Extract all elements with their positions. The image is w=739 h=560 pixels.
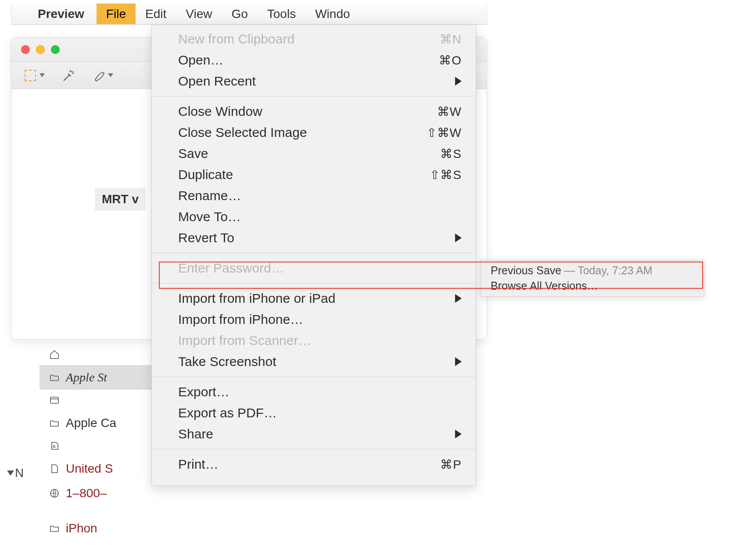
document-text-fragment: MRT v <box>95 188 146 211</box>
list-item-label: United S <box>66 462 113 476</box>
menu-item-label: Duplicate <box>178 167 233 182</box>
menu-item-share[interactable]: Share <box>152 424 476 445</box>
submenu-arrow-icon <box>455 77 462 86</box>
folder-icon <box>48 523 61 534</box>
submenu-arrow-icon <box>455 430 462 438</box>
disclosure-triangle[interactable]: N <box>8 466 24 480</box>
menu-item-label: Import from iPhone or iPad <box>178 291 336 306</box>
folder-icon <box>48 418 61 428</box>
app-name[interactable]: Preview <box>38 7 84 21</box>
menu-item-label: Close Window <box>178 104 262 119</box>
menu-item-revert-to[interactable]: Revert To <box>152 227 476 248</box>
svg-text:A: A <box>53 444 56 449</box>
menu-separator <box>152 253 476 253</box>
menu-item-import-scanner: Import from Scanner… <box>152 330 476 351</box>
menu-file[interactable]: File <box>97 4 136 24</box>
shortcut-label: ⇧⌘W <box>427 126 462 140</box>
menu-item-export[interactable]: Export… <box>152 381 476 402</box>
folder-icon <box>48 372 61 383</box>
window-icon <box>48 395 61 406</box>
menu-item-label: Enter Password… <box>178 261 284 276</box>
selection-rect-icon <box>25 70 36 81</box>
shortcut-label: ⇧⌘S <box>430 168 462 182</box>
menu-item-new-from-clipboard: New from Clipboard ⌘N <box>152 29 476 50</box>
close-window-button[interactable] <box>21 45 30 54</box>
shortcut-label: ⌘W <box>437 104 462 119</box>
menu-item-take-screenshot[interactable]: Take Screenshot <box>152 351 476 372</box>
menu-item-close-window[interactable]: Close Window ⌘W <box>152 101 476 122</box>
submenu-arrow-icon <box>455 357 462 366</box>
menu-separator <box>152 96 476 97</box>
selection-tool[interactable] <box>25 70 45 81</box>
submenu-item-browse-all-versions[interactable]: Browse All Versions… <box>481 278 704 294</box>
menu-item-open-recent[interactable]: Open Recent <box>152 71 476 92</box>
submenu-item-timestamp: Today, 7:23 AM <box>578 264 652 277</box>
menu-item-import-iphone-ipad[interactable]: Import from iPhone or iPad <box>152 288 476 309</box>
menu-item-label: Import from Scanner… <box>178 333 311 348</box>
list-item-label: 1–800– <box>66 486 107 500</box>
menubar: Preview File Edit View Go Tools Windo <box>11 4 487 25</box>
submenu-arrow-icon <box>455 294 462 303</box>
list-item[interactable]: iPhon <box>39 516 215 541</box>
menu-item-open[interactable]: Open… ⌘O <box>152 50 476 71</box>
menu-item-label: Print… <box>178 457 219 472</box>
revert-to-submenu: Previous Save — Today, 7:23 AM Browse Al… <box>481 260 704 297</box>
minimize-window-button[interactable] <box>36 45 45 54</box>
zoom-window-button[interactable] <box>51 45 60 54</box>
submenu-item-label: Previous Save <box>491 264 561 277</box>
menu-item-print[interactable]: Print… ⌘P <box>152 454 476 475</box>
menu-item-import-iphone[interactable]: Import from iPhone… <box>152 309 476 330</box>
menu-separator <box>152 449 476 449</box>
chevron-down-icon <box>108 73 113 77</box>
file-menu-dropdown: New from Clipboard ⌘N Open… ⌘O Open Rece… <box>151 25 476 486</box>
menu-item-label: New from Clipboard <box>178 32 294 47</box>
menu-view[interactable]: View <box>176 4 222 24</box>
menu-item-label: Rename… <box>178 188 241 203</box>
menu-item-label: Open… <box>178 53 223 68</box>
menu-item-label: Save <box>178 146 208 161</box>
menu-item-label: Close Selected Image <box>178 125 307 140</box>
menu-item-label: Open Recent <box>178 74 256 89</box>
disclosure-label: N <box>15 466 24 480</box>
menu-item-export-pdf[interactable]: Export as PDF… <box>152 402 476 424</box>
app-icon: A <box>48 441 61 451</box>
shortcut-label: ⌘N <box>440 32 462 47</box>
menu-separator <box>152 377 476 377</box>
menu-item-label: Import from iPhone… <box>178 312 303 327</box>
menu-go[interactable]: Go <box>222 4 257 24</box>
menu-item-label: Export… <box>178 384 230 399</box>
menu-item-label: Export as PDF… <box>178 406 277 420</box>
menu-item-label: Revert To <box>178 230 234 245</box>
globe-icon <box>48 488 61 499</box>
list-item-label: Apple St <box>66 370 107 384</box>
menu-item-rename[interactable]: Rename… <box>152 185 476 206</box>
submenu-item-previous-save[interactable]: Previous Save — Today, 7:23 AM <box>481 263 704 278</box>
document-icon <box>48 463 61 474</box>
magic-wand-icon <box>62 69 75 82</box>
menu-window[interactable]: Windo <box>305 4 359 24</box>
home-icon <box>48 349 61 360</box>
menu-item-label: Share <box>178 427 213 442</box>
menu-item-enter-password: Enter Password… <box>152 258 476 279</box>
shortcut-label: ⌘P <box>440 457 462 472</box>
chevron-down-icon <box>39 73 45 77</box>
traffic-lights <box>21 45 60 54</box>
markup-tool[interactable] <box>93 69 113 82</box>
submenu-arrow-icon <box>455 233 462 242</box>
menu-item-close-selected-image[interactable]: Close Selected Image ⇧⌘W <box>152 122 476 143</box>
menu-item-move-to[interactable]: Move To… <box>152 206 476 227</box>
submenu-item-dash: — <box>564 264 575 277</box>
pencil-icon <box>93 69 106 82</box>
shortcut-label: ⌘S <box>440 147 462 161</box>
menu-separator <box>152 283 476 284</box>
menu-item-label: Take Screenshot <box>178 354 276 369</box>
menu-item-save[interactable]: Save ⌘S <box>152 143 476 164</box>
menu-edit[interactable]: Edit <box>136 4 176 24</box>
magic-wand-tool[interactable] <box>62 69 75 82</box>
submenu-item-label: Browse All Versions… <box>491 280 598 292</box>
menu-tools[interactable]: Tools <box>258 4 305 24</box>
svg-rect-0 <box>50 397 58 403</box>
shortcut-label: ⌘O <box>439 53 462 68</box>
list-item[interactable] <box>39 506 215 516</box>
menu-item-duplicate[interactable]: Duplicate ⇧⌘S <box>152 164 476 185</box>
